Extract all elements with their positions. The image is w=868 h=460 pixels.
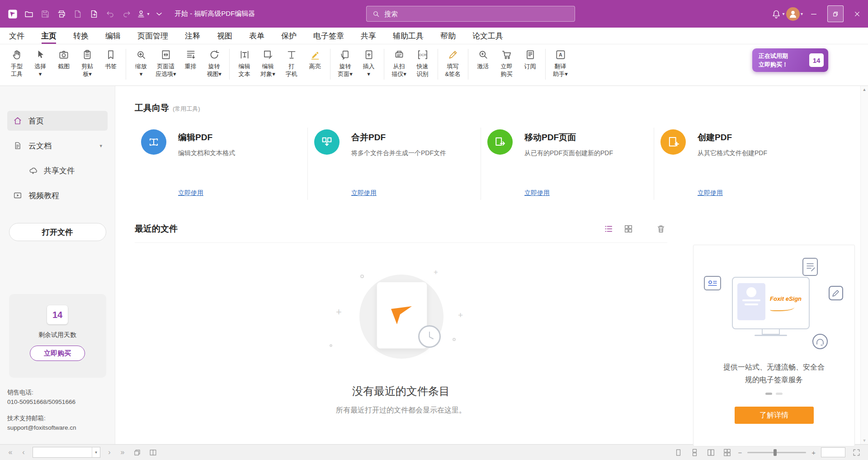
next-page-button[interactable]: › xyxy=(105,448,113,456)
avatar[interactable] xyxy=(786,7,800,21)
quick-sign-icon[interactable]: ▾ xyxy=(135,5,151,23)
export-document-icon[interactable] xyxy=(70,5,86,23)
sidebar-item-home[interactable]: 首页 xyxy=(7,111,108,131)
ribbon-tool-hand[interactable]: 手型 工具 xyxy=(6,47,27,79)
ribbon-tool-fill-sign[interactable]: 填写 &签名 xyxy=(443,47,463,79)
card-create-pdf[interactable]: 创建PDF 从其它格式文件创建PDF 立即使用 xyxy=(654,128,827,200)
menu-comment[interactable]: 注释 xyxy=(185,28,200,44)
use-now-link[interactable]: 立即使用 xyxy=(351,189,377,197)
menu-accessibility[interactable]: 辅助工具 xyxy=(393,28,424,44)
redo-icon[interactable] xyxy=(118,5,135,23)
scroll-up-icon[interactable]: ▲ xyxy=(863,87,867,92)
use-now-link[interactable]: 立即使用 xyxy=(178,189,203,197)
ribbon-tool-activate[interactable]: 激活 xyxy=(473,47,494,71)
search-input[interactable] xyxy=(384,10,569,18)
ribbon-tool-rotate-pages[interactable]: 旋转 页面▾ xyxy=(335,47,356,79)
zoom-slider[interactable] xyxy=(747,452,806,453)
zoom-in-button[interactable]: + xyxy=(811,449,816,456)
vertical-scrollbar[interactable]: ▲ ▼ xyxy=(860,86,868,444)
save-icon[interactable] xyxy=(37,5,53,23)
trial-banner[interactable]: 正在试用期 立即购买！ 14 xyxy=(752,48,828,72)
menu-convert[interactable]: 转换 xyxy=(73,28,89,44)
ribbon-tool-ocr[interactable]: OCR 快速 识别 xyxy=(412,47,433,79)
trash-icon[interactable] xyxy=(655,223,667,235)
ribbon-tool-clipboard[interactable]: 剪贴 板▾ xyxy=(77,47,98,79)
hide-ribbon-icon[interactable] xyxy=(151,5,167,23)
ribbon-tool-label: 剪贴 板▾ xyxy=(81,63,93,78)
grid-view-icon[interactable] xyxy=(622,223,635,235)
sidebar-item-video-tutorials[interactable]: 视频教程 xyxy=(7,185,108,205)
ribbon-tool-snapshot[interactable]: 截图 xyxy=(53,47,74,71)
last-page-button[interactable]: » xyxy=(118,448,127,456)
chevron-down-icon[interactable]: ▾ xyxy=(99,143,102,149)
ribbon-tool-bookmark[interactable]: 书签 xyxy=(100,47,121,71)
ribbon-tool-rotate-view[interactable]: 旋转 视图▾ xyxy=(204,47,225,79)
close-button[interactable] xyxy=(846,0,868,28)
ribbon-tool-scanner[interactable]: 从扫 描仪▾ xyxy=(389,47,410,79)
ribbon-tool-typewriter[interactable]: 打 字机 xyxy=(281,47,302,79)
continuous-view-icon[interactable] xyxy=(689,447,700,458)
ribbon-tool-translate[interactable]: A 翻译 助手▾ xyxy=(550,47,571,79)
menu-edit[interactable]: 编辑 xyxy=(105,28,121,44)
share-document-icon[interactable] xyxy=(86,5,102,23)
ribbon-tool-select[interactable]: 选择 ▾ xyxy=(30,47,51,79)
page-number-box[interactable]: ▾ xyxy=(33,447,100,458)
print-icon[interactable] xyxy=(53,5,70,23)
account-menu[interactable]: ▾ xyxy=(786,5,803,23)
scroll-down-icon[interactable]: ▼ xyxy=(863,438,867,443)
ribbon-tool-subscribe[interactable]: 订阅 xyxy=(520,47,541,71)
zoom-out-button[interactable]: − xyxy=(738,449,742,456)
notifications-bell-icon[interactable]: ▾ xyxy=(770,5,786,23)
open-file-icon[interactable] xyxy=(21,5,37,23)
minimize-button[interactable] xyxy=(803,0,825,28)
card-merge-pdf[interactable]: 合并PDF 将多个文件合并生成一个PDF文件 立即使用 xyxy=(308,128,481,200)
menu-form[interactable]: 表单 xyxy=(249,28,264,44)
menu-home[interactable]: 主页 xyxy=(41,28,57,44)
ribbon-tool-edit-text[interactable]: 编辑 文本 xyxy=(234,47,255,79)
menu-help[interactable]: 帮助 xyxy=(440,28,456,44)
use-now-link[interactable]: 立即使用 xyxy=(524,189,550,197)
carousel-dot[interactable] xyxy=(765,393,772,395)
facing-view-icon[interactable] xyxy=(705,447,716,458)
ribbon-tool-reflow[interactable]: 重排 xyxy=(180,47,201,71)
page-number-input[interactable] xyxy=(33,447,92,457)
ribbon-tool-insert[interactable]: 插入 ▾ xyxy=(359,47,379,79)
learn-more-button[interactable]: 了解详情 xyxy=(735,407,814,424)
first-page-button[interactable]: « xyxy=(6,448,14,456)
continuous-facing-view-icon[interactable] xyxy=(722,447,732,458)
previous-page-button[interactable]: ‹ xyxy=(19,448,28,456)
menu-page-management[interactable]: 页面管理 xyxy=(137,28,168,44)
ribbon-tool-edit-object[interactable]: 编辑 对象▾ xyxy=(258,47,278,79)
open-file-button[interactable]: 打开文件 xyxy=(9,223,106,241)
sidebar-item-shared-files[interactable]: 共享文件 xyxy=(7,161,108,180)
clone-view-icon[interactable] xyxy=(132,447,142,458)
single-page-view-icon[interactable] xyxy=(673,447,684,458)
menu-esign[interactable]: 电子签章 xyxy=(313,28,344,44)
menu-view[interactable]: 视图 xyxy=(217,28,232,44)
chevron-down-icon[interactable]: ▾ xyxy=(92,447,100,457)
restore-button[interactable] xyxy=(825,0,846,28)
fullscreen-icon[interactable] xyxy=(851,447,862,458)
menu-file[interactable]: 文件 xyxy=(9,28,24,44)
ribbon-tool-buy[interactable]: 立即 购买 xyxy=(496,47,517,79)
menu-paper-tools[interactable]: 论文工具 xyxy=(472,28,503,44)
menu-share[interactable]: 共享 xyxy=(361,28,376,44)
carousel-dot[interactable] xyxy=(776,393,783,395)
ribbon-tool-label: 插入 ▾ xyxy=(363,63,375,78)
card-move-pdf-pages[interactable]: 移动PDF页面 从已有的PDF页面创建新的PDF 立即使用 xyxy=(481,128,654,200)
buy-now-button[interactable]: 立即购买 xyxy=(30,346,85,361)
card-edit-pdf[interactable]: 编辑PDF 编辑文档和文本格式 立即使用 xyxy=(135,128,308,200)
use-now-link[interactable]: 立即使用 xyxy=(698,189,723,197)
sidebar-item-cloud-docs[interactable]: 云文档 ▾ xyxy=(7,136,108,156)
undo-icon[interactable] xyxy=(102,5,118,23)
ribbon-tool-zoom[interactable]: 缩放 ▾ xyxy=(131,47,151,79)
split-view-icon[interactable] xyxy=(147,447,158,458)
zoom-value-box[interactable] xyxy=(821,447,845,457)
support-email-address[interactable]: support@foxitsoftware.cn xyxy=(7,423,108,433)
ribbon-tool-fit-options[interactable]: 页面适 应选项▾ xyxy=(154,47,178,79)
search-box[interactable] xyxy=(366,6,575,22)
list-view-icon[interactable] xyxy=(602,223,615,235)
menu-protect[interactable]: 保护 xyxy=(281,28,297,44)
ribbon-tool-highlight[interactable]: 高亮 xyxy=(305,47,326,71)
zoom-slider-thumb[interactable] xyxy=(774,449,777,456)
